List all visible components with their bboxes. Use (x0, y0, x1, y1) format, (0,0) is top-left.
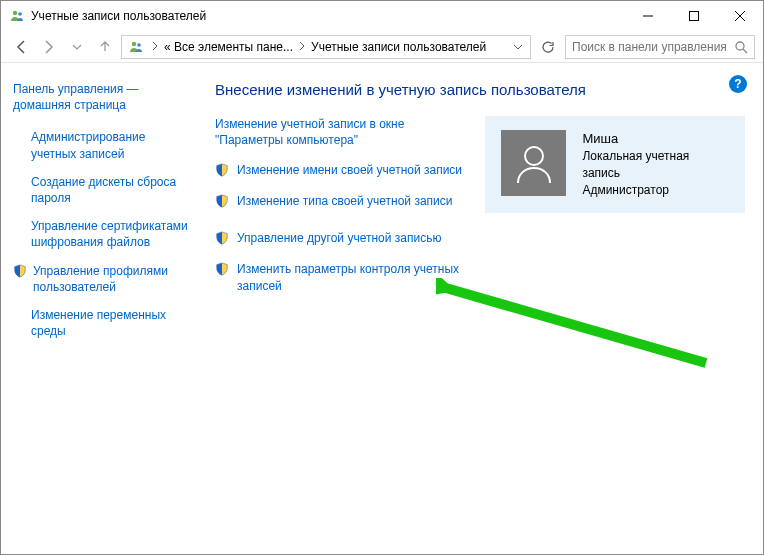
window-titlebar: Учетные записи пользователей (1, 1, 763, 31)
refresh-button[interactable] (535, 35, 561, 59)
svg-point-8 (736, 42, 744, 50)
breadcrumb-segment[interactable]: « Все элементы пане... (162, 40, 295, 54)
svg-point-10 (525, 147, 543, 165)
action-manage-other-account[interactable]: Управление другой учетной записью (215, 230, 465, 247)
back-button[interactable] (9, 35, 33, 59)
shield-icon (215, 194, 231, 210)
sidebar-item-password-reset-disk[interactable]: Создание дискеты сброса пароля (13, 174, 191, 206)
shield-icon (13, 264, 29, 280)
sidebar: Панель управления — домашняя страница Ад… (1, 63, 201, 554)
user-role: Администратор (582, 182, 729, 199)
svg-point-1 (18, 12, 22, 16)
user-info: Миша Локальная учетная запись Администра… (582, 130, 729, 199)
shield-icon (215, 231, 231, 247)
main-panel: ? Внесение изменений в учетную запись по… (201, 63, 763, 554)
forward-button[interactable] (37, 35, 61, 59)
svg-point-6 (132, 41, 136, 45)
recent-dropdown-button[interactable] (65, 35, 89, 59)
search-box[interactable] (565, 35, 755, 59)
action-change-in-pc-settings[interactable]: Изменение учетной записи в окне "Парамет… (215, 116, 465, 148)
user-card: Миша Локальная учетная запись Администра… (485, 116, 745, 213)
action-change-account-name[interactable]: Изменение имени своей учетной записи (215, 162, 465, 179)
search-input[interactable] (572, 40, 730, 54)
users-icon (9, 8, 25, 24)
sidebar-item-encryption-certs[interactable]: Управление сертификатами шифрования файл… (13, 218, 191, 250)
maximize-button[interactable] (671, 1, 717, 31)
help-icon[interactable]: ? (729, 75, 747, 93)
action-change-uac-settings[interactable]: Изменить параметры контроля учетных запи… (215, 261, 465, 293)
user-name: Миша (582, 130, 729, 148)
address-dropdown-button[interactable] (508, 36, 528, 58)
page-title: Внесение изменений в учетную запись поль… (215, 81, 745, 98)
sidebar-item-env-vars[interactable]: Изменение переменных среды (13, 307, 191, 339)
svg-line-9 (743, 49, 747, 53)
users-icon (128, 39, 144, 55)
svg-point-0 (13, 11, 17, 15)
sidebar-item-admin-accounts[interactable]: Администрирование учетных записей (13, 129, 191, 161)
action-change-account-type[interactable]: Изменение типа своей учетной записи (215, 193, 465, 210)
shield-icon (215, 262, 231, 278)
actions-column: Изменение учетной записи в окне "Парамет… (215, 116, 465, 308)
address-bar[interactable]: « Все элементы пане... Учетные записи по… (121, 35, 531, 59)
close-button[interactable] (717, 1, 763, 31)
minimize-button[interactable] (625, 1, 671, 31)
window-title: Учетные записи пользователей (31, 9, 625, 23)
navigation-bar: « Все элементы пане... Учетные записи по… (1, 31, 763, 63)
chevron-right-icon[interactable] (295, 40, 309, 54)
chevron-right-icon[interactable] (148, 40, 162, 54)
user-account-type: Локальная учетная запись (582, 148, 729, 182)
shield-icon (215, 163, 231, 179)
control-panel-home-link[interactable]: Панель управления — домашняя страница (13, 81, 191, 113)
actions-group-manage: Управление другой учетной записью Измени… (215, 230, 465, 293)
avatar (501, 130, 566, 196)
svg-point-7 (137, 43, 141, 47)
up-button[interactable] (93, 35, 117, 59)
sidebar-item-user-profiles[interactable]: Управление профилями пользователей (13, 263, 191, 295)
content-area: Панель управления — домашняя страница Ад… (1, 63, 763, 554)
svg-rect-3 (690, 12, 699, 21)
search-icon (734, 40, 748, 54)
breadcrumb-segment[interactable]: Учетные записи пользователей (309, 40, 508, 54)
